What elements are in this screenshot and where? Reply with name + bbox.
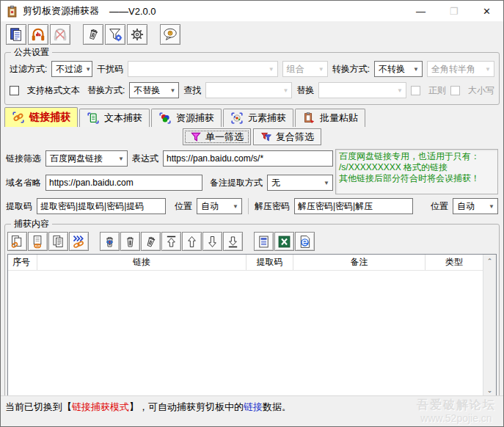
- code-value: 提取密码|提取码|密码|提码: [40, 200, 144, 213]
- clear-all-icon: [143, 234, 158, 249]
- common-settings-title: 公共设置: [11, 47, 52, 57]
- delete-row-button[interactable]: [120, 232, 140, 251]
- tabstrip: 链接捕获 文本捕获 资源捕获: [4, 107, 503, 127]
- convert-mode-label: 转换方式:: [332, 63, 370, 76]
- maximize-icon: ❐: [437, 1, 470, 21]
- case-label: 大小写: [468, 84, 494, 97]
- unzip-pos-select[interactable]: 自动▼: [453, 198, 498, 214]
- code-pos-select[interactable]: 自动▼: [197, 198, 242, 214]
- unzip-pos-label: 位置: [431, 200, 448, 213]
- divider: [248, 198, 249, 214]
- hint-box: 百度网盘链接专用，也适用于只有： /s/XXXXXXXXX 格式的链接 其他链接…: [335, 149, 498, 194]
- delete-selected-button[interactable]: [100, 232, 120, 251]
- clear-button[interactable]: [83, 24, 103, 45]
- code-input[interactable]: 提取密码|提取码|密码|提码: [37, 198, 166, 214]
- link-filter-value: 百度网盘链接: [50, 153, 103, 165]
- column-header-note[interactable]: 备注: [293, 255, 426, 270]
- chevron-down-icon: ▼: [394, 87, 406, 94]
- move-down-button[interactable]: [202, 232, 222, 251]
- domain-input[interactable]: https://pan.baidu.com: [45, 175, 202, 191]
- open-in-browser-button[interactable]: [295, 232, 315, 251]
- filter-settings-button[interactable]: [105, 24, 125, 45]
- rich-text-checkbox[interactable]: [10, 86, 19, 95]
- note-mode-select[interactable]: 无▼: [267, 175, 333, 191]
- expression-value: https://pan.baidu.com/s/*: [167, 153, 263, 164]
- export-text-button[interactable]: [254, 232, 274, 251]
- compound-filter-label: 复合筛选: [276, 131, 314, 144]
- column-header-type[interactable]: 类型: [426, 255, 483, 270]
- export-excel-button[interactable]: [274, 232, 294, 251]
- open-links-icon: [71, 234, 87, 249]
- expression-input[interactable]: https://pan.baidu.com/s/*: [163, 150, 333, 167]
- browser-e-icon: [297, 234, 313, 249]
- main-toolbar: [1, 21, 503, 48]
- filter-mode-select[interactable]: 不过滤▼: [51, 61, 92, 77]
- watermark: 吾爱破解论坛 www.52pojie.cn: [417, 398, 496, 425]
- rich-text-label: 支持格式文本: [27, 84, 80, 97]
- find-label: 查找: [183, 84, 201, 97]
- stop-monitor-button[interactable]: [50, 24, 70, 45]
- combine-select: 组合▼: [282, 61, 328, 77]
- vertical-scrollbar[interactable]: ⌃ ⌄: [483, 255, 496, 397]
- move-down-icon: [205, 234, 220, 249]
- resource-icon: [158, 112, 172, 125]
- tab-text-capture[interactable]: 文本捕获: [79, 109, 150, 127]
- copy-all-icon: [51, 234, 66, 249]
- move-up-icon: [184, 234, 200, 249]
- single-filter-button[interactable]: 单一筛选: [183, 128, 251, 145]
- open-links-button[interactable]: [69, 232, 89, 251]
- copy-all-button[interactable]: [48, 232, 68, 251]
- fullwidth-select: 全角转半角▼: [427, 61, 494, 77]
- link-filter-panel: 链接筛选 百度网盘链接▼ 表达式 https://pan.baidu.com/s…: [6, 149, 498, 219]
- titlebar: 剪切板资源捕获器 ——V2.0.0 — ❐ ✕: [1, 1, 503, 21]
- table-header: 序号 链接 提取码 备注 类型: [8, 255, 483, 271]
- single-filter-icon: [190, 131, 202, 143]
- table-body[interactable]: [8, 271, 483, 397]
- note-mode-value: 无: [271, 177, 280, 189]
- copy-selected-button[interactable]: [28, 232, 48, 251]
- fullwidth-value: 全角转半角: [431, 63, 475, 76]
- element-icon: [230, 112, 244, 125]
- capture-toolbar: [5, 225, 499, 254]
- common-settings-group: 公共设置 过滤方式: 不过滤▼ 干扰码 ▼ 组合▼ 转换方式: 不转换▼ 全角转…: [4, 52, 500, 105]
- tab-batch-paste[interactable]: 批量粘贴: [295, 109, 365, 127]
- unzip-input[interactable]: 解压密码|密码|解压: [294, 198, 413, 214]
- clear-all-button[interactable]: [141, 232, 161, 251]
- close-icon[interactable]: ✕: [470, 1, 503, 21]
- start-monitor-button[interactable]: [28, 24, 48, 45]
- column-header-index[interactable]: 序号: [8, 255, 37, 270]
- delete-icon: [123, 234, 138, 249]
- paste-button[interactable]: [6, 24, 26, 45]
- code-label: 提取码: [6, 200, 32, 213]
- tab-resource-capture[interactable]: 资源捕获: [151, 109, 222, 127]
- scroll-up-icon[interactable]: ⌃: [487, 255, 493, 268]
- unzip-label: 解压密码: [255, 200, 290, 213]
- move-top-button[interactable]: [161, 232, 181, 251]
- domain-label: 域名省略: [6, 177, 41, 189]
- capture-content-group: 捕获内容: [4, 224, 500, 403]
- minimize-icon[interactable]: —: [404, 1, 437, 21]
- settings-button[interactable]: [127, 24, 147, 45]
- column-header-link[interactable]: 链接: [37, 255, 246, 270]
- tab-element-capture[interactable]: 元素捕获: [223, 109, 293, 127]
- convert-mode-select[interactable]: 不转换▼: [374, 61, 423, 77]
- tab-link-capture[interactable]: 链接捕获: [4, 107, 78, 127]
- column-header-code[interactable]: 提取码: [246, 255, 293, 270]
- hint-line-1: 百度网盘链接专用，也适用于只有：: [339, 151, 494, 162]
- code-pos-label: 位置: [175, 200, 192, 213]
- move-up-button[interactable]: [182, 232, 202, 251]
- link-filter-select[interactable]: 百度网盘链接▼: [45, 150, 128, 167]
- gear-icon: [129, 26, 145, 43]
- compound-filter-button[interactable]: 复合筛选: [253, 128, 321, 145]
- caption-buttons: — ❐ ✕: [404, 1, 503, 21]
- status-link-word: 链接: [244, 401, 263, 412]
- replace-mode-select[interactable]: 不替换▼: [129, 82, 179, 98]
- move-bottom-button[interactable]: [223, 232, 243, 251]
- status-text-3: 数据。: [263, 401, 291, 412]
- link-icon: [12, 111, 25, 124]
- chevron-down-icon: ▼: [115, 156, 127, 162]
- copy-link-button[interactable]: [7, 232, 27, 251]
- filter-mode-row: 单一筛选 复合筛选: [1, 128, 503, 146]
- about-button[interactable]: [160, 24, 180, 45]
- text-doc-icon: [87, 112, 100, 125]
